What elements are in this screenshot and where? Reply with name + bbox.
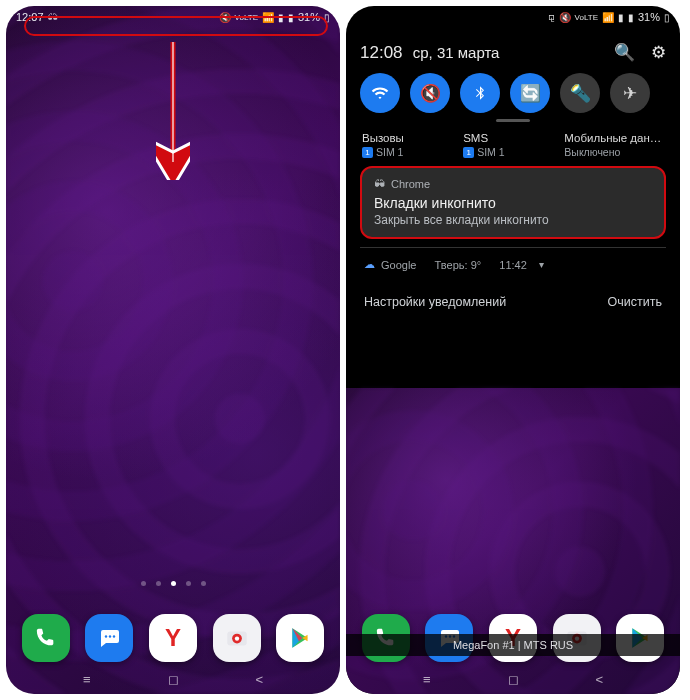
nav-home[interactable]: ◻	[508, 672, 519, 687]
clear-all-button[interactable]: Очистить	[608, 295, 662, 309]
volte-icon: VoLTE	[575, 13, 598, 22]
wallpaper-strip: Y MegaFon #1 | MTS RUS ≡ ◻ <	[346, 388, 680, 694]
carrier-label: MegaFon #1 | MTS RUS	[346, 634, 680, 656]
qs-airplane[interactable]: ✈	[610, 73, 650, 113]
status-bar[interactable]: 12:07 🕶 🔇 VoLTE 📶 ▮ ▮ 31% ▯	[6, 6, 340, 28]
mute-icon: 🔇	[559, 12, 571, 23]
signal2-icon: ▮	[288, 12, 294, 23]
chevron-down-icon[interactable]: ▾	[539, 259, 544, 270]
phone-notification-shade: ⚼ 🔇 VoLTE 📶 ▮ ▮ 31% ▯ 12:08 ср, 31 марта…	[346, 6, 680, 694]
app-camera[interactable]	[213, 614, 261, 662]
nav-back[interactable]: <	[255, 672, 263, 687]
notif-subtitle: Закрыть все вкладки инкогнито	[374, 213, 652, 227]
svg-point-3	[109, 635, 111, 637]
swipe-down-arrow	[156, 40, 190, 180]
notification-shade[interactable]: 12:08 ср, 31 марта 🔍 ⚙ 🔇 🔄 🔦 ✈ Вызовы	[346, 28, 680, 323]
qs-rotate[interactable]: 🔄	[510, 73, 550, 113]
volte-icon: VoLTE	[235, 13, 258, 22]
nav-recents[interactable]: ≡	[423, 672, 431, 687]
notification-chrome-incognito[interactable]: 🕶 Chrome Вкладки инкогнито Закрыть все в…	[360, 166, 666, 239]
page-indicator[interactable]	[6, 581, 340, 586]
quick-settings-row: 🔇 🔄 🔦 ✈	[360, 73, 666, 113]
signal2-icon: ▮	[628, 12, 634, 23]
phone-home-screen: 12:07 🕶 🔇 VoLTE 📶 ▮ ▮ 31% ▯	[6, 6, 340, 694]
weather-text: Тверь: 9°	[435, 259, 482, 271]
settings-icon[interactable]: ⚙	[651, 42, 666, 63]
qs-flashlight[interactable]: 🔦	[560, 73, 600, 113]
app-phone[interactable]	[22, 614, 70, 662]
incognito-icon: 🕶	[48, 12, 58, 23]
svg-point-7	[234, 636, 238, 640]
app-yandex[interactable]: Y	[149, 614, 197, 662]
qs-sound[interactable]: 🔇	[410, 73, 450, 113]
battery-text: 31%	[298, 11, 320, 23]
mute-icon: 🔇	[219, 12, 231, 23]
shade-date: 12:08 ср, 31 марта	[360, 43, 499, 63]
android-nav-bar[interactable]: ≡ ◻ <	[346, 670, 680, 688]
qs-bluetooth[interactable]	[460, 73, 500, 113]
status-bar: ⚼ 🔇 VoLTE 📶 ▮ ▮ 31% ▯	[346, 6, 680, 28]
nav-home[interactable]: ◻	[168, 672, 179, 687]
incognito-icon: 🕶	[374, 178, 385, 190]
notification-settings-button[interactable]: Настройки уведомлений	[364, 295, 506, 309]
search-icon[interactable]: 🔍	[614, 42, 635, 63]
qs-wifi[interactable]	[360, 73, 400, 113]
notif-app-name: Google	[381, 259, 416, 271]
notif-title: Вкладки инкогнито	[374, 195, 652, 211]
tile-calls[interactable]: Вызовы 1SIM 1	[362, 132, 462, 158]
weather-time: 11:42	[499, 259, 527, 271]
notif-app-name: Chrome	[391, 178, 430, 190]
battery-text: 31%	[638, 11, 660, 23]
nav-recents[interactable]: ≡	[83, 672, 91, 687]
connectivity-tiles: Вызовы 1SIM 1 SMS 1SIM 1 Мобильные дан… …	[360, 132, 666, 166]
notification-weather[interactable]: ☁ Google Тверь: 9° 11:42 ▾	[360, 247, 666, 279]
svg-point-2	[105, 635, 107, 637]
tile-sms[interactable]: SMS 1SIM 1	[463, 132, 563, 158]
app-messages[interactable]	[85, 614, 133, 662]
cloud-icon: ☁	[364, 258, 375, 271]
app-play-store[interactable]	[276, 614, 324, 662]
nav-back[interactable]: <	[595, 672, 603, 687]
signal1-icon: ▮	[618, 12, 624, 23]
tile-data[interactable]: Мобильные дан… Выключено	[564, 132, 664, 158]
wifi-icon: 📶	[602, 12, 614, 23]
wifi-icon: 📶	[262, 12, 274, 23]
android-nav-bar[interactable]: ≡ ◻ <	[6, 670, 340, 688]
shade-handle[interactable]	[496, 119, 530, 122]
bluetooth-icon: ⚼	[548, 11, 555, 23]
dock: Y	[6, 614, 340, 662]
status-time: 12:07	[16, 11, 44, 23]
battery-icon: ▯	[664, 12, 670, 23]
svg-point-4	[113, 635, 115, 637]
battery-icon: ▯	[324, 12, 330, 23]
signal1-icon: ▮	[278, 12, 284, 23]
